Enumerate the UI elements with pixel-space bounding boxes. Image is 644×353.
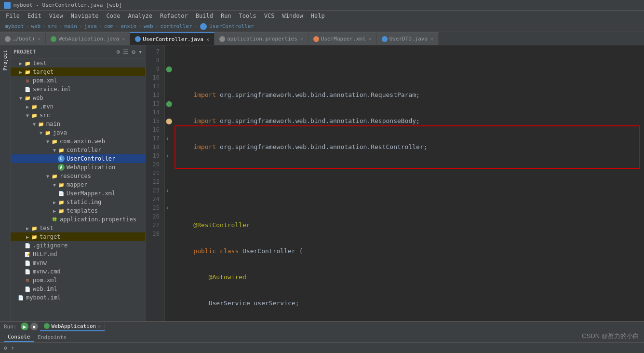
bc-anxin[interactable]: anxin [121,23,136,29]
code-line-12: @RestController [178,221,640,230]
tabs-bar: …/boot) ✕ WebApplication.java ✕ UserCont… [0,32,644,45]
tab-label-webapp: WebApplication.java [58,36,119,42]
tree-item-pom1[interactable]: m pom.xml [11,76,145,85]
tab-close-usermapper[interactable]: ✕ [369,36,372,41]
run-label: Run: [4,324,17,330]
file-icon-mvnwcmd: 📄 [24,268,31,275]
tab-usermapper[interactable]: UserMapper.xml ✕ [309,32,377,45]
tree-item-templates[interactable]: ▶ 📁 templates [11,206,145,215]
bc-controller[interactable]: controller [160,23,192,29]
tree-item-test[interactable]: ▶ 📁 test [11,59,145,68]
tree-item-staticimg[interactable]: ▶ 📁 static.img [11,198,145,206]
tree-item-appprops[interactable]: 🍀 application.properties [11,215,145,224]
vtab-project[interactable]: Project [1,47,9,73]
tree-item-webiml[interactable]: 📄 web.iml [11,285,145,293]
menu-help[interactable]: Help [307,12,329,20]
tree-item-mvn[interactable]: ▶ 📁 .mvn [11,102,145,111]
run-button[interactable]: ▶ [21,323,28,330]
status-left: ⚙ ↑ [4,345,14,351]
tree-item-serviceiml[interactable]: 📄 service.iml [11,85,145,94]
tab-icon-webapp [51,36,56,42]
code-content[interactable]: import org.springframework.web.bind.anno… [174,45,644,321]
tab-userdto[interactable]: UserDTO.java ✕ [377,32,439,45]
tab-usercontroller[interactable]: UserController.java ✕ [130,32,215,45]
tree-item-webapplication[interactable]: A WebApplication [11,163,145,172]
sidebar-locate-icon[interactable]: ⊕ [117,48,121,55]
bc-java[interactable]: java [84,23,97,29]
sidebar-collapse-icon[interactable]: ☰ [123,48,129,55]
tab-close-userdto[interactable]: ✕ [430,36,433,41]
bc-web[interactable]: web [31,23,40,29]
tree-item-target1[interactable]: ▶ 📁 target [11,68,145,76]
menu-view[interactable]: View [45,12,67,20]
line-numbers: 7 8 9 10 11 12 13 14 15 16 17 18 19 20 2… [146,45,165,321]
tree-item-web[interactable]: ▼ 📁 web [11,94,145,102]
tab-boot[interactable]: …/boot) ✕ [0,32,46,45]
sidebar-title: Project [13,49,117,55]
tree-item-mvnwcmd[interactable]: 📄 mvnw.cmd [11,267,145,276]
sidebar-settings-icon[interactable]: ⚙ [132,48,135,55]
watermark-text: CSDN @努力的小白 [582,332,639,339]
up-icon[interactable]: ↑ [11,345,14,351]
settings-icon[interactable]: ⚙ [4,345,7,351]
tree-item-mybootiml[interactable]: 📄 myboot.iml [11,293,145,302]
tab-close-usercontroller[interactable]: ✕ [206,37,209,42]
editor[interactable]: 7 8 9 10 11 12 13 14 15 16 17 18 19 20 2… [146,45,644,321]
tree-item-src[interactable]: ▼ 📁 src [11,111,145,120]
arrow-mvn: ▶ [24,104,31,109]
bottom-tab-console[interactable]: Console [4,333,34,342]
tree-item-mapper[interactable]: ▼ 📁 mapper [11,180,145,189]
tab-close-boot[interactable]: ✕ [38,36,40,41]
run-tab-close[interactable]: ✕ [98,324,101,329]
menu-code[interactable]: Code [103,12,124,20]
label-webapplication: WebApplication [67,164,115,171]
menu-vcs[interactable]: VCS [260,12,279,20]
tree-item-com[interactable]: ▼ 📁 com.anxin.web [11,137,145,146]
tab-close-appprops[interactable]: ✕ [300,36,303,41]
tree-item-usermapper[interactable]: 📄 UserMapper.xml [11,189,145,198]
tree-item-resources[interactable]: ▼ 📁 resources [11,172,145,180]
tree-item-help[interactable]: 📝 HELP.md [11,250,145,258]
tree-item-controller[interactable]: ▼ 📁 controller [11,146,145,154]
bottom-tab-endpoints[interactable]: Endpoints [34,333,70,341]
tree-item-usercontroller[interactable]: C UserController [11,154,145,163]
stop-button[interactable]: ■ [30,323,38,330]
folder-icon-templates: 📁 [58,207,65,214]
menu-analyze[interactable]: Analyze [124,12,156,20]
run-controls: ▶ ■ [19,323,40,330]
tree-item-main[interactable]: ▼ 📁 main [11,120,145,128]
code-line-15: UserService userService; [178,299,640,308]
bc-src[interactable]: src [48,23,57,29]
tree-item-gitignore[interactable]: 📄 .gitignore [11,241,145,250]
label-usermapper: UserMapper.xml [67,190,115,197]
menu-build[interactable]: Build [192,12,217,20]
tab-label-userdto: UserDTO.java [389,36,428,42]
menu-window[interactable]: Window [278,12,307,20]
menu-file[interactable]: File [2,12,24,20]
menu-navigate[interactable]: Navigate [67,12,103,20]
code-area[interactable]: 7 8 9 10 11 12 13 14 15 16 17 18 19 20 2… [146,45,644,321]
bc-usercontroller[interactable]: UserController [209,23,254,29]
label-test2: test [40,225,54,231]
sidebar-close-icon[interactable]: ▾ [138,48,142,55]
xml-icon-pom1: m [24,77,31,84]
bc-main[interactable]: main [64,23,77,29]
bc-web2[interactable]: web [144,23,153,29]
app-icon [4,2,11,9]
menu-edit[interactable]: Edit [24,12,45,20]
menu-refactor[interactable]: Refactor [156,12,192,20]
tab-appprops[interactable]: application.properties ✕ [215,32,309,45]
tab-close-webapp[interactable]: ✕ [122,36,125,41]
tab-icon-userdto [382,36,388,42]
tree-item-java[interactable]: ▼ 📁 java [11,128,145,137]
menu-run[interactable]: Run [217,12,235,20]
bc-com[interactable]: com [104,23,114,29]
tree-item-test2[interactable]: ▶ 📁 test [11,224,145,232]
tree-item-pom2[interactable]: m pom.xml [11,276,145,285]
tree-item-target2[interactable]: ▶ 📁 target [11,232,145,241]
bc-myboot[interactable]: myboot [5,23,24,29]
tab-webapplication[interactable]: WebApplication.java ✕ [46,32,130,45]
run-tab-webapp[interactable]: WebApplication ✕ [40,322,106,331]
menu-tools[interactable]: Tools [235,12,260,20]
tree-item-mvnw[interactable]: 📄 mvnw [11,258,145,267]
